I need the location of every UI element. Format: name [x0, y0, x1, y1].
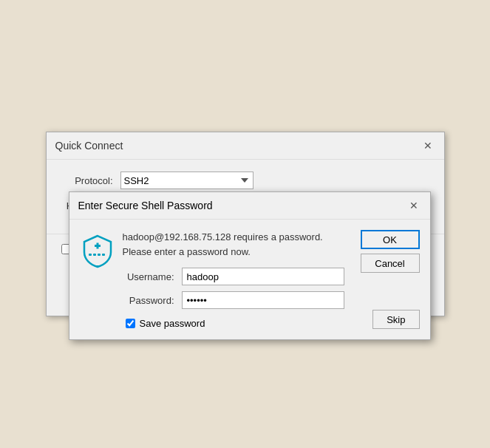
password-dialog-title: Enter Secure Shell Password — [78, 200, 213, 211]
quick-connect-close-button[interactable]: ✕ — [421, 138, 435, 153]
password-dialog-titlebar: Enter Secure Shell Password ✕ — [69, 192, 430, 220]
password-form: Username: Password: — [123, 268, 353, 309]
quick-connect-dialog: Quick Connect ✕ Protocol: SSH2 Hostname:… — [46, 132, 445, 316]
password-dialog-message: hadoop@192.168.75.128 requires a passwor… — [123, 230, 353, 259]
protocol-row: Protocol: SSH2 — [61, 172, 429, 189]
username-input[interactable] — [182, 268, 344, 285]
ssh-shield-icon — [80, 233, 115, 268]
pwd-cancel-button[interactable]: Cancel — [361, 254, 420, 273]
ok-cancel-buttons: OK Cancel — [361, 230, 420, 273]
skip-button[interactable]: Skip — [372, 310, 419, 329]
password-dialog-body: hadoop@192.168.75.128 requires a passwor… — [69, 220, 430, 339]
svg-rect-5 — [102, 254, 105, 256]
password-dialog-close-button[interactable]: ✕ — [406, 198, 421, 213]
username-label: Username: — [123, 271, 182, 282]
password-dialog: Enter Secure Shell Password ✕ — [69, 191, 431, 340]
message-line1: hadoop@192.168.75.128 requires a passwor… — [123, 231, 323, 242]
svg-rect-3 — [93, 254, 96, 256]
ssh-icon-area — [80, 230, 115, 329]
quick-connect-titlebar: Quick Connect ✕ — [47, 132, 444, 160]
password-label: Password: — [123, 295, 182, 306]
save-password-checkbox[interactable] — [126, 319, 135, 328]
ok-button[interactable]: OK — [361, 230, 420, 249]
save-password-label: Save password — [140, 318, 205, 329]
svg-rect-4 — [98, 254, 101, 256]
password-input[interactable] — [182, 291, 344, 309]
svg-rect-2 — [89, 254, 92, 256]
protocol-label: Protocol: — [61, 175, 120, 186]
save-password-row: Save password — [126, 318, 353, 329]
password-dialog-middle: hadoop@192.168.75.128 requires a passwor… — [123, 230, 353, 329]
quick-connect-title: Quick Connect — [55, 140, 123, 152]
password-dialog-buttons: OK Cancel Skip — [361, 230, 420, 329]
message-line2: Please enter a password now. — [123, 246, 251, 257]
skip-area: Skip — [361, 295, 420, 329]
username-row: Username: — [123, 268, 353, 285]
password-row: Password: — [123, 291, 353, 309]
svg-rect-1 — [96, 243, 98, 249]
protocol-select[interactable]: SSH2 — [120, 172, 253, 189]
